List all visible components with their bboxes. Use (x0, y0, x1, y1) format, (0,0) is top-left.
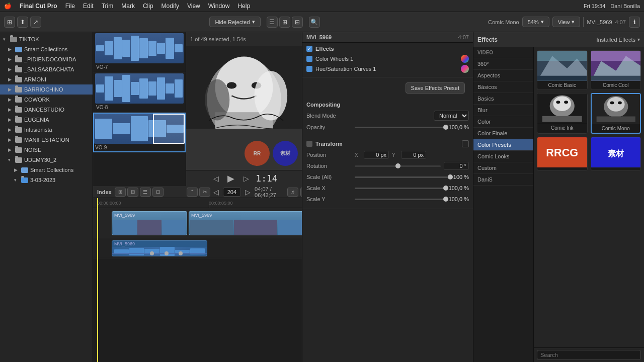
transform-checkbox[interactable] (306, 141, 312, 147)
rotation-value-input[interactable] (444, 162, 469, 170)
sidebar-item-tiktok[interactable]: ▾ TIKTOK (0, 34, 93, 44)
transport-next-frame[interactable]: ▷ (240, 173, 252, 184)
search-btn[interactable]: 🔍 (309, 17, 320, 28)
effect-cat-custom[interactable]: Custom (473, 162, 533, 174)
sidebar-item-salsa[interactable]: ▶ _SALSA&BACHATA (0, 64, 93, 74)
effect-checkbox-hs[interactable] (306, 66, 312, 72)
blend-mode-select[interactable]: Normal (434, 111, 469, 121)
effect-card-comic-mono[interactable]: Comic Mono (591, 93, 641, 134)
sc1-arrow: ▶ (8, 47, 13, 52)
scale-y-thumb[interactable] (443, 197, 448, 202)
list-view-btn[interactable]: ☰ (267, 17, 278, 28)
effect-card-rrcg[interactable]: RRCG (537, 137, 588, 171)
tl-audio-btn[interactable]: ♬ (287, 188, 298, 197)
effect-cat-colorpresets[interactable]: Color Presets (473, 139, 533, 151)
effect-cat-360[interactable]: 360° (473, 58, 533, 70)
effect-cat-basicos[interactable]: Básicos (473, 81, 533, 93)
opacity-thumb[interactable] (443, 125, 448, 130)
scale-x-thumb[interactable] (443, 186, 448, 191)
position-x-input[interactable] (364, 151, 389, 159)
effects-toggle[interactable]: ✓ (306, 46, 312, 52)
effect-cat-aspectos[interactable]: Aspectos (473, 70, 533, 81)
save-effects-preset-button[interactable]: Save Effects Preset (406, 82, 465, 94)
position-y-input[interactable] (401, 151, 426, 159)
effect-cat-blur[interactable]: Blur (473, 105, 533, 116)
sidebar-item-armoni[interactable]: ▶ ARMONI (0, 74, 93, 84)
inspector-btn[interactable]: ℹ (629, 17, 640, 28)
sidebar-item-noise[interactable]: ▶ NOISE (0, 145, 93, 155)
nav-next[interactable]: ▷ (245, 188, 251, 196)
effect-cat-colorfinale[interactable]: Color Finale (473, 128, 533, 139)
view-btn[interactable]: View ▾ (552, 17, 581, 27)
app-menu-edit[interactable]: Edit (83, 3, 94, 10)
grid-view-btn[interactable]: ⊞ (279, 17, 290, 28)
sidebar-item-eugenia[interactable]: ▶ EUGENIA (0, 115, 93, 125)
transport-play-pause[interactable]: ▶ (225, 173, 236, 184)
sidebar-item-pidiendocomida[interactable]: ▶ _PIDIENDOCOMIDA (0, 54, 93, 64)
clips-browser: VO-7 VO-8 (93, 32, 186, 186)
clip-item-vo9[interactable]: VO-9 (93, 113, 186, 152)
track-clip-1[interactable]: MVI_5969 (112, 211, 187, 235)
app-menu-mark[interactable]: Mark (121, 3, 135, 10)
sidebar-item-cowork[interactable]: ▶ COWORK (0, 95, 93, 105)
transform-reset-icon[interactable] (462, 140, 469, 147)
nav-prev[interactable]: ◁ (213, 188, 219, 196)
scale-y-slider[interactable] (355, 199, 446, 200)
index-btn-1[interactable]: ⊞ (115, 188, 126, 197)
app-menu-clip[interactable]: Clip (143, 3, 153, 10)
rotation-thumb[interactable] (395, 163, 400, 168)
viewer-topbar: 1 of 49 selected, 1.54s (186, 32, 302, 46)
effect-cat-comiclooks[interactable]: Comic Looks (473, 151, 533, 162)
rotation-slider[interactable] (355, 165, 441, 167)
index-select-btn[interactable]: ⌃ (187, 188, 198, 197)
sidebar-item-infusionista[interactable]: ▶ Infusionista (0, 125, 93, 135)
sidebar-item-barriochino[interactable]: ▶ BARRIOCHINO (0, 84, 93, 95)
inf-arrow: ▶ (8, 127, 13, 132)
app-menu-view[interactable]: View (187, 3, 200, 10)
sidebar-item-manifestacion[interactable]: ▶ MANIFESTACION (0, 135, 93, 145)
scale-all-slider[interactable] (355, 176, 450, 178)
library-btn[interactable]: ⊞ (4, 17, 15, 28)
track-clip-2[interactable]: MVI_5969 (189, 211, 302, 235)
clip-frames-1 (112, 219, 187, 235)
app-menu-help[interactable]: Help (237, 3, 250, 10)
index-btn-2[interactable]: ⊟ (127, 188, 138, 197)
media-import-btn[interactable]: ⬆ (17, 17, 28, 28)
sidebar-item-udemy[interactable]: ▾ UDEMY30_2 (0, 155, 93, 165)
effect-cat-basics[interactable]: Basics (473, 93, 533, 105)
sidebar-item-3032023[interactable]: ▾ 3-03-2023 (0, 175, 93, 185)
index-tool-btn[interactable]: ✂ (199, 188, 210, 197)
sidebar-item-dancestudio[interactable]: ▶ DANCESTUDIO (0, 105, 93, 115)
zoom-btn[interactable]: 54% ▾ (522, 17, 549, 27)
index-btn-4[interactable]: ⊡ (152, 188, 164, 197)
effect-card-comic-cool[interactable]: Comic Cool (591, 50, 641, 90)
split-view-btn[interactable]: ⊟ (292, 17, 303, 28)
scale-x-slider[interactable] (355, 188, 446, 189)
clip-item-vo8[interactable]: VO-8 (93, 72, 186, 113)
opacity-slider[interactable] (355, 127, 446, 128)
app-menu-window[interactable]: Window (208, 3, 230, 10)
svg-text:RRCG: RRCG (546, 146, 578, 159)
effect-cat-color[interactable]: Color (473, 116, 533, 128)
index-btn-3[interactable]: ☰ (140, 188, 151, 197)
app-menu-trim[interactable]: Trim (102, 3, 114, 10)
effect-card-blue[interactable]: 素材 (591, 137, 641, 171)
clip-item-vo7[interactable]: VO-7 (93, 32, 186, 72)
sidebar-item-smart-collections-1[interactable]: ▶ Smart Collections (0, 44, 93, 54)
apple-menu[interactable]: 🍎 (4, 3, 12, 10)
hide-rejected-btn[interactable]: Hide Rejected ▾ (209, 17, 260, 27)
clip-thumb-vo8 (95, 73, 184, 104)
effect-checkbox-cw[interactable] (306, 56, 312, 62)
sidebar-item-smart-collections-2[interactable]: ▶ Smart Collections (0, 165, 93, 175)
app-menu-modify[interactable]: Modify (162, 3, 179, 10)
effect-card-comic-basic[interactable]: Comic Basic (537, 50, 588, 90)
effects-search-input[interactable] (537, 350, 641, 360)
app-menu-finalcut[interactable]: Final Cut Pro (20, 3, 57, 10)
effect-cat-video[interactable]: VIDEO (473, 47, 533, 58)
effect-cat-danis[interactable]: DaniS (473, 174, 533, 186)
transport-prev-frame[interactable]: ◁ (210, 173, 221, 184)
app-menu-file[interactable]: File (65, 3, 75, 10)
share-btn[interactable]: ↗ (30, 17, 41, 28)
scale-all-thumb[interactable] (448, 174, 453, 179)
effect-card-comic-ink[interactable]: Comic Ink (537, 93, 588, 134)
